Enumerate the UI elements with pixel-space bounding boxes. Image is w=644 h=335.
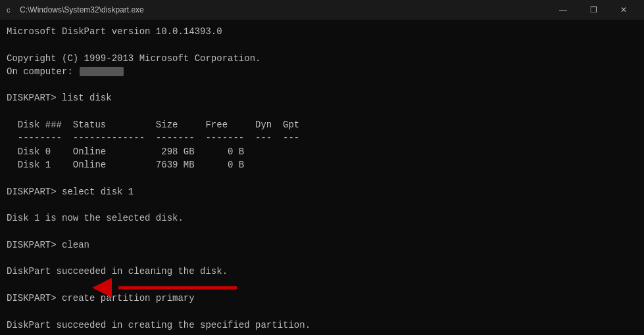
close-button[interactable]: ✕ [608,0,639,20]
minimize-button[interactable]: — [548,0,578,20]
window: C C:\Windows\System32\diskpart.exe — ❐ ✕… [0,0,644,335]
computer-name [80,67,124,76]
restore-button[interactable]: ❐ [578,0,608,20]
svg-text:C: C [7,7,11,14]
arrow-annotation [92,275,237,301]
terminal-output[interactable]: Microsoft DiskPart version 10.0.14393.0 … [0,20,644,335]
title-bar: C C:\Windows\System32\diskpart.exe — ❐ ✕ [0,0,644,20]
window-controls: — ❐ ✕ [548,0,639,20]
svg-marker-3 [92,278,112,298]
window-title: C:\Windows\System32\diskpart.exe [20,5,548,14]
app-icon: C [5,5,16,15]
